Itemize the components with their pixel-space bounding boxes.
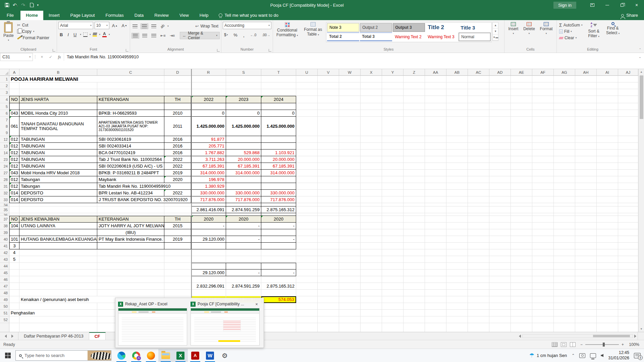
cell-A28[interactable]: 012 xyxy=(9,176,19,183)
col-header-AD[interactable]: AD xyxy=(489,69,511,76)
taskbar-icon-word[interactable]: W xyxy=(203,349,217,362)
cell-AH32[interactable] xyxy=(575,190,597,196)
cell-AH23[interactable] xyxy=(575,156,597,163)
cell-Z51[interactable] xyxy=(404,310,425,316)
align-left-button[interactable] xyxy=(131,33,139,39)
cell-AB27[interactable] xyxy=(446,170,468,176)
cell-AH41[interactable] xyxy=(575,243,597,249)
col-header-AA[interactable]: AA xyxy=(425,69,446,76)
cell-Z38[interactable] xyxy=(404,223,425,229)
cell-T[interactable] xyxy=(261,323,296,332)
col-header-Z[interactable]: Z xyxy=(404,69,425,76)
cell-AE35[interactable] xyxy=(511,206,532,213)
shrink-font-button[interactable]: A▼ xyxy=(120,22,128,29)
col-header-AE[interactable]: AE xyxy=(511,69,532,76)
cell-AJ36[interactable] xyxy=(618,213,638,216)
cell-R46[interactable] xyxy=(191,276,226,283)
cell-C6[interactable]: BPKB: H-06629593 xyxy=(97,110,164,117)
cell-B52[interactable] xyxy=(19,316,97,323)
wrap-text-button[interactable]: ↩Wrap Text xyxy=(194,23,220,29)
autosum-button[interactable]: ΣAutoSum▾ xyxy=(558,22,584,28)
cell-B39[interactable] xyxy=(19,229,97,236)
cell-S34[interactable] xyxy=(226,203,261,206)
cell-AA32[interactable] xyxy=(425,190,446,196)
cell-B[interactable] xyxy=(19,323,97,332)
cell-W39[interactable] xyxy=(339,229,361,236)
cell-AE32[interactable] xyxy=(511,190,532,196)
cell-AE23[interactable] xyxy=(511,156,532,163)
cell-W52[interactable] xyxy=(339,316,361,323)
cell-X32[interactable] xyxy=(361,190,382,196)
cell-AF31[interactable] xyxy=(532,183,554,190)
cell-AA48[interactable] xyxy=(425,290,446,296)
cell-W38[interactable] xyxy=(339,223,361,229)
cell-X42[interactable] xyxy=(361,249,382,256)
cell-AD46[interactable] xyxy=(489,276,511,283)
cell-AJ13[interactable] xyxy=(618,143,638,149)
cell-AH43[interactable] xyxy=(575,256,597,263)
cell-R44[interactable] xyxy=(191,263,226,269)
cell-A48[interactable] xyxy=(9,290,19,296)
cell-AB5[interactable] xyxy=(446,103,468,110)
cell-style-title-3[interactable]: Title 3 xyxy=(459,23,491,32)
cell-AA34[interactable] xyxy=(425,203,446,206)
cell-Z14[interactable] xyxy=(404,149,425,156)
cell-T27[interactable]: 314.000.000 xyxy=(261,170,296,176)
cell-R4[interactable]: 2022 xyxy=(191,96,226,103)
cell-AI46[interactable] xyxy=(597,276,618,283)
taskbar-icon-explorer[interactable] xyxy=(158,349,173,362)
cell-AI50[interactable] xyxy=(597,303,618,310)
cell-Z23[interactable] xyxy=(404,156,425,163)
cell-AD[interactable] xyxy=(489,323,511,332)
cell-C28[interactable]: Maybank xyxy=(97,176,164,183)
row-header-51[interactable]: 51 xyxy=(0,310,9,316)
cell-AH4[interactable] xyxy=(575,96,597,103)
cell-AE36[interactable] xyxy=(511,213,532,216)
cell-Y43[interactable] xyxy=(382,256,404,263)
cell-AJ41[interactable] xyxy=(618,243,638,249)
cell-AB23[interactable] xyxy=(446,156,468,163)
cell-AI4[interactable] xyxy=(597,96,618,103)
cell-AF49[interactable] xyxy=(532,296,554,303)
cell-W47[interactable] xyxy=(339,283,361,290)
cell-AD41[interactable] xyxy=(489,243,511,249)
cell-D43[interactable] xyxy=(164,256,191,263)
cell-AJ4[interactable] xyxy=(618,96,638,103)
cell-AF1[interactable] xyxy=(532,76,554,82)
cell-B48[interactable] xyxy=(19,290,97,296)
next-sheet-icon[interactable] xyxy=(11,335,13,338)
cell-C27[interactable]: BPKB: P 03169211 B 2484PFT xyxy=(97,170,164,176)
cell-A13[interactable]: 012 xyxy=(9,143,19,149)
cell-S44[interactable] xyxy=(226,263,261,269)
cell-AC49[interactable] xyxy=(468,296,489,303)
cell-V7[interactable] xyxy=(318,117,339,136)
cell-Y37[interactable] xyxy=(382,216,404,223)
cell-S4[interactable]: 2023 xyxy=(226,96,261,103)
cell-AB37[interactable] xyxy=(446,216,468,223)
cell-W44[interactable] xyxy=(339,263,361,269)
cell-U49[interactable] xyxy=(296,296,318,303)
cell-W2[interactable] xyxy=(339,82,361,89)
cell-AC34[interactable] xyxy=(468,203,489,206)
cell-Z37[interactable] xyxy=(404,216,425,223)
gallery-scroll-up-icon[interactable]: ▲ xyxy=(493,22,498,28)
cell-Y50[interactable] xyxy=(382,303,404,310)
cell-X43[interactable] xyxy=(361,256,382,263)
cell-T34[interactable] xyxy=(261,203,296,206)
cell-S23[interactable]: 20.000.000 xyxy=(226,156,261,163)
cell-W40[interactable] xyxy=(339,236,361,243)
cell-C31[interactable]: Tab Mandiri Rek No. 1190004959910 xyxy=(97,183,191,190)
cell-AE27[interactable] xyxy=(511,170,532,176)
cell-S2[interactable] xyxy=(226,82,261,89)
cell-AA2[interactable] xyxy=(425,82,446,89)
cell-U46[interactable] xyxy=(296,276,318,283)
cell-AH31[interactable] xyxy=(575,183,597,190)
tab-data[interactable]: Data xyxy=(129,11,149,20)
align-right-button[interactable] xyxy=(150,33,157,38)
cell-Y4[interactable] xyxy=(382,96,404,103)
cell-T43[interactable] xyxy=(261,256,296,263)
cell-AC1[interactable] xyxy=(468,76,489,82)
cell-AA1[interactable] xyxy=(425,76,446,82)
cell-C33[interactable]: J TRUST BANK DEPOSITO NO. 3200701920 xyxy=(97,196,191,203)
cell-Z7[interactable] xyxy=(404,117,425,136)
